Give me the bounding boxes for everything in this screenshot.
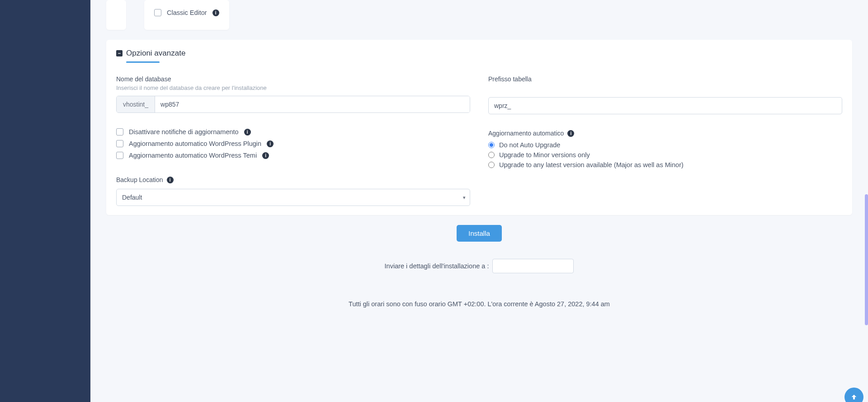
info-icon[interactable]: i — [212, 9, 219, 16]
auto-plugin-label: Aggiornamento automatico WordPress Plugi… — [129, 140, 261, 147]
top-card-right: Classic Editor i — [144, 0, 229, 30]
radio-no-auto-upgrade-label: Do not Auto Upgrade — [499, 141, 560, 149]
footer-timezone-note: Tutti gli orari sono con fuso orario GMT… — [106, 300, 852, 308]
top-card-left — [106, 0, 126, 30]
collapse-icon: − — [116, 50, 123, 56]
info-icon[interactable]: i — [567, 130, 574, 137]
checkbox-auto-theme[interactable] — [116, 152, 123, 159]
radio-minor-upgrade-label: Upgrade to Minor versions only — [499, 151, 590, 159]
radio-minor-upgrade[interactable] — [488, 152, 495, 158]
radio-major-upgrade[interactable] — [488, 162, 495, 168]
scrollbar-thumb[interactable] — [865, 194, 868, 325]
advanced-options-title: Opzioni avanzate — [126, 49, 185, 58]
radio-no-auto-upgrade[interactable] — [488, 142, 495, 148]
database-prefix-addon: vhostint_ — [117, 96, 155, 112]
table-prefix-label: Prefisso tabella — [488, 75, 842, 83]
database-name-sub: Inserisci il nome del database da creare… — [116, 84, 470, 91]
auto-theme-label: Aggiornamento automatico WordPress Temi — [129, 152, 257, 159]
database-name-label: Nome del database — [116, 75, 470, 83]
checkbox-auto-plugin[interactable] — [116, 140, 123, 147]
arrow-up-icon — [850, 393, 858, 401]
table-prefix-input[interactable] — [488, 97, 842, 114]
info-icon[interactable]: i — [262, 152, 269, 159]
info-icon[interactable]: i — [267, 140, 274, 147]
checkbox-classic-editor[interactable] — [154, 9, 161, 16]
radio-major-upgrade-label: Upgrade to any latest version available … — [499, 161, 684, 168]
classic-editor-label: Classic Editor — [167, 9, 207, 16]
database-name-input[interactable] — [155, 96, 470, 112]
advanced-options-card: − Opzioni avanzate Nome del database Ins… — [106, 40, 852, 215]
scroll-to-top-button[interactable] — [844, 388, 863, 402]
info-icon[interactable]: i — [167, 177, 174, 183]
checkbox-disable-updates[interactable] — [116, 128, 123, 136]
backup-location-label: Backup Location — [116, 176, 163, 183]
sidebar-nav — [0, 0, 90, 402]
info-icon[interactable]: i — [244, 129, 251, 136]
email-details-input[interactable] — [492, 259, 574, 273]
install-button[interactable]: Installa — [457, 225, 502, 242]
title-underline — [126, 61, 160, 63]
disable-updates-label: Disattivare notifiche di aggiornamento — [129, 128, 239, 136]
advanced-options-toggle[interactable]: − Opzioni avanzate — [116, 49, 842, 58]
database-name-group: vhostint_ — [116, 96, 470, 113]
email-details-label: Inviare i dettagli dell'installazione a … — [385, 262, 489, 270]
auto-upgrade-label: Aggiornamento automatico — [488, 130, 564, 137]
backup-location-select[interactable]: Default — [116, 189, 470, 206]
